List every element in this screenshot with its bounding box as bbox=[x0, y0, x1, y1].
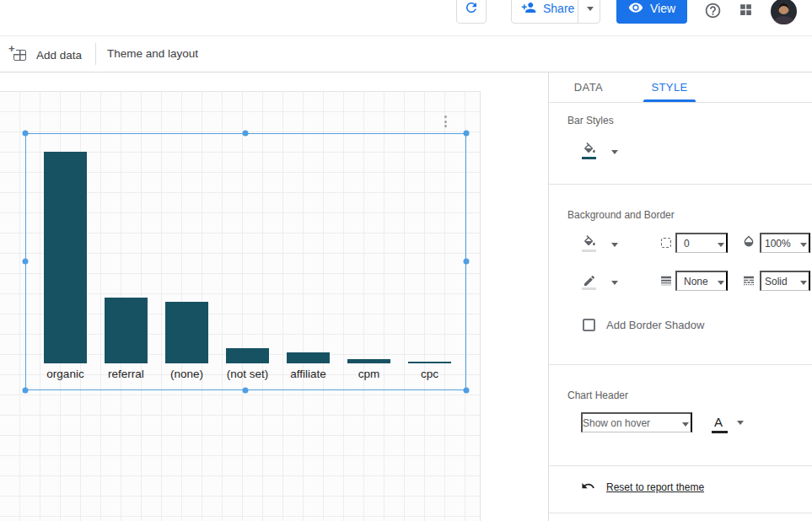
bar-series bbox=[44, 152, 451, 363]
border-shadow-option[interactable]: Add Border Shadow bbox=[583, 319, 704, 331]
chevron-down-icon[interactable] bbox=[611, 150, 618, 154]
divider bbox=[549, 364, 812, 365]
pen-icon bbox=[583, 274, 596, 287]
chart-header-title: Chart Header bbox=[567, 389, 628, 401]
bar-affiliate[interactable] bbox=[287, 352, 330, 363]
border-color-button[interactable] bbox=[581, 271, 598, 290]
opacity-value: 100% bbox=[765, 238, 791, 250]
tab-data[interactable]: DATA bbox=[561, 73, 616, 102]
corner-radius-select[interactable]: 0 bbox=[675, 233, 728, 253]
help-button[interactable] bbox=[702, 1, 723, 22]
reset-to-theme-label: Reset to report theme bbox=[606, 481, 704, 493]
chevron-down-icon[interactable] bbox=[611, 281, 618, 285]
bar-fill-color-button[interactable] bbox=[581, 140, 598, 159]
opacity-select[interactable]: 100% bbox=[760, 233, 810, 253]
bar-label: referral bbox=[105, 368, 148, 380]
bar-organic[interactable] bbox=[44, 152, 87, 363]
bar-cpm[interactable] bbox=[347, 359, 390, 363]
tab-style[interactable]: STYLE bbox=[642, 73, 697, 102]
help-icon bbox=[704, 2, 722, 22]
person-add-icon bbox=[521, 0, 536, 18]
background-fill-color-button[interactable] bbox=[581, 233, 598, 252]
reset-to-theme-button[interactable]: Reset to report theme bbox=[581, 479, 704, 496]
header-visibility-value: Show on hover bbox=[583, 417, 650, 429]
eye-icon bbox=[628, 0, 643, 18]
add-data-icon bbox=[13, 50, 26, 61]
chevron-down-icon bbox=[800, 281, 807, 285]
report-canvas[interactable]: organicreferral(none)(not set)affiliatec… bbox=[0, 91, 481, 521]
border-weight-value: None bbox=[684, 276, 708, 287]
bar-labels: organicreferral(none)(not set)affiliatec… bbox=[44, 368, 451, 380]
text-color-icon: A bbox=[714, 415, 723, 429]
bar-label: cpc bbox=[408, 368, 451, 380]
bar-label: cpm bbox=[347, 368, 390, 380]
border-weight-select[interactable]: None bbox=[675, 271, 728, 291]
corner-radius-icon bbox=[661, 238, 671, 248]
paint-bucket-icon bbox=[583, 142, 597, 157]
properties-panel: DATA STYLE Bar Styles Background and Bor… bbox=[548, 73, 812, 521]
chart-more-options-button[interactable] bbox=[439, 114, 451, 129]
border-shadow-label: Add Border Shadow bbox=[606, 319, 704, 331]
bar-cpc[interactable] bbox=[408, 362, 451, 364]
selection-handle-mid-right[interactable] bbox=[464, 259, 470, 265]
chevron-down-icon bbox=[800, 243, 807, 247]
selection-handle-top-right[interactable] bbox=[464, 131, 470, 137]
border-shadow-checkbox[interactable] bbox=[583, 319, 595, 331]
border-color-swatch bbox=[582, 287, 596, 290]
add-data-label: Add data bbox=[36, 49, 82, 62]
chevron-down-icon bbox=[737, 421, 744, 425]
chevron-down-icon bbox=[718, 243, 724, 247]
share-button[interactable]: Share bbox=[511, 0, 600, 24]
refresh-icon bbox=[464, 0, 479, 18]
header-visibility-select[interactable]: Show on hover bbox=[581, 412, 692, 432]
bar-label: affiliate bbox=[287, 368, 330, 380]
paint-bucket-icon bbox=[583, 235, 597, 250]
divider bbox=[578, 0, 578, 23]
chevron-down-icon bbox=[682, 422, 689, 427]
bar-color-swatch bbox=[582, 157, 596, 159]
bar-label: (not set) bbox=[226, 368, 269, 380]
background-color-swatch bbox=[582, 250, 596, 252]
header-text-color-button[interactable]: A bbox=[712, 413, 747, 433]
bar-none[interactable] bbox=[165, 302, 208, 363]
add-data-button[interactable]: Add data bbox=[13, 45, 82, 65]
divider bbox=[549, 102, 812, 103]
app-header: Share View bbox=[0, 0, 812, 36]
line-style-icon bbox=[742, 274, 756, 290]
chevron-down-icon bbox=[718, 281, 724, 285]
bar-label: organic bbox=[44, 368, 87, 380]
text-color-swatch bbox=[712, 431, 728, 433]
selection-handle-mid-left[interactable] bbox=[23, 259, 29, 265]
share-dropdown-icon[interactable] bbox=[587, 7, 594, 11]
border-style-select[interactable]: Solid bbox=[760, 271, 810, 291]
divider bbox=[549, 184, 812, 185]
chevron-down-icon[interactable] bbox=[611, 243, 618, 247]
main-content: organicreferral(none)(not set)affiliatec… bbox=[0, 73, 812, 521]
bar-referral[interactable] bbox=[105, 298, 148, 363]
bar-notset[interactable] bbox=[226, 348, 269, 363]
selection-handle-bottom-right[interactable] bbox=[464, 388, 470, 394]
edit-toolbar: Add data Theme and layout bbox=[0, 36, 812, 73]
line-weight-icon bbox=[659, 274, 673, 290]
bar-label: (none) bbox=[165, 368, 208, 380]
undo-icon bbox=[581, 479, 595, 496]
border-style-value: Solid bbox=[765, 276, 788, 287]
divider bbox=[549, 465, 812, 466]
background-border-title: Background and Border bbox=[567, 209, 675, 221]
divider bbox=[95, 43, 96, 65]
selection-handle-bottom-left[interactable] bbox=[23, 388, 29, 394]
selection-handle-top-center[interactable] bbox=[243, 131, 249, 137]
more-options-icon bbox=[444, 115, 447, 118]
apps-grid-button[interactable] bbox=[736, 2, 755, 20]
divider bbox=[549, 513, 812, 513]
theme-and-layout-button[interactable]: Theme and layout bbox=[107, 47, 198, 60]
selection-handle-bottom-center[interactable] bbox=[243, 388, 249, 394]
bar-styles-title: Bar Styles bbox=[567, 115, 614, 126]
refresh-button[interactable] bbox=[456, 0, 487, 24]
corner-radius-value: 0 bbox=[684, 238, 690, 250]
avatar[interactable] bbox=[771, 0, 797, 24]
selection-handle-top-left[interactable] bbox=[23, 131, 29, 137]
view-button[interactable]: View bbox=[616, 0, 687, 24]
opacity-icon bbox=[742, 234, 756, 250]
share-button-label: Share bbox=[543, 2, 574, 15]
